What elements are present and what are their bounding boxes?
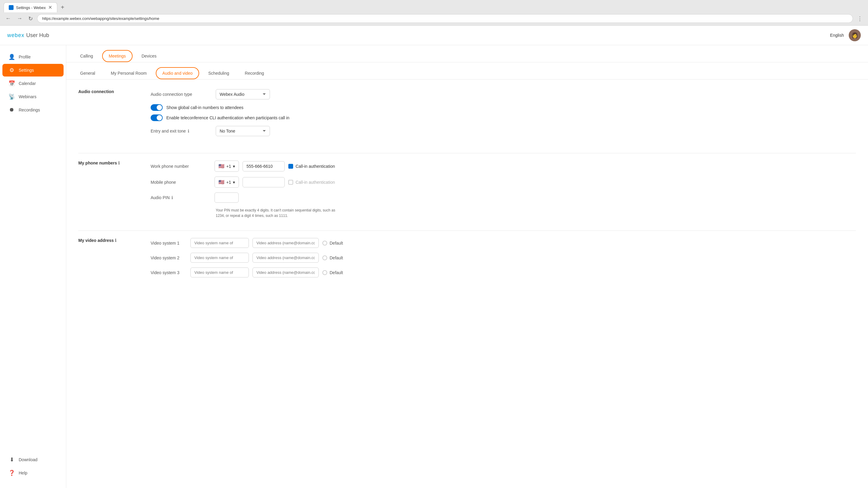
help-icon: ❓ <box>8 469 15 476</box>
mobile-callin-auth-label: Call-in authentication <box>296 180 335 185</box>
browser-chrome: Settings - Webex ✕ + ← → ↻ https://examp… <box>0 0 868 26</box>
audio-pin-info-icon[interactable]: ℹ <box>172 195 173 200</box>
subtab-audio-video[interactable]: Audio and video <box>156 67 199 79</box>
phone-numbers-label-col: My phone numbers ℹ <box>78 160 138 218</box>
video-address-content: Video system 1 Default Video syst <box>151 238 856 282</box>
toggle-global-callin[interactable] <box>151 104 163 111</box>
mobile-phone-country-select[interactable]: 🇺🇸 +1 ▾ <box>215 177 239 188</box>
new-tab-button[interactable]: + <box>58 3 67 12</box>
subtab-scheduling[interactable]: Scheduling <box>202 67 236 79</box>
app-body: 👤 Profile ⚙ Settings 📅 Calendar 📡 Webina… <box>0 45 868 488</box>
work-phone-flag: 🇺🇸 <box>218 163 224 169</box>
divider-1 <box>78 153 856 153</box>
main-content: Calling Meetings Devices General My Pers… <box>66 45 868 488</box>
work-phone-country-select[interactable]: 🇺🇸 +1 ▾ <box>215 160 239 172</box>
video-system-3-label: Video system 3 <box>151 270 187 275</box>
sidebar-label-recordings: Recordings <box>19 108 40 112</box>
sidebar-item-download[interactable]: ⬇ Download <box>2 453 64 466</box>
forward-button[interactable]: → <box>15 15 24 22</box>
connection-type-select[interactable]: Webex Audio VoIP Only Other teleconferen… <box>216 89 270 99</box>
sidebar-top: 👤 Profile ⚙ Settings 📅 Calendar 📡 Webina… <box>0 50 66 117</box>
video-system-2-default-radio[interactable] <box>322 255 327 260</box>
settings-icon: ⚙ <box>8 67 15 73</box>
mobile-callin-auth-checkbox[interactable] <box>288 180 293 185</box>
work-callin-auth-checkbox[interactable] <box>288 164 293 169</box>
audio-connection-label-col: Audio connection <box>78 89 138 141</box>
work-phone-label: Work phone number <box>151 164 211 169</box>
browser-tab[interactable]: Settings - Webex ✕ <box>4 2 57 12</box>
video-system-2-name-input[interactable] <box>190 253 249 263</box>
phone-numbers-section: My phone numbers ℹ Work phone number 🇺🇸 … <box>78 160 856 218</box>
tab-close-button[interactable]: ✕ <box>48 5 52 10</box>
audio-connection-row: Audio connection Audio connection type W… <box>78 89 856 141</box>
sub-tabs: General My Personal Room Audio and video… <box>66 62 868 80</box>
app-header: webex User Hub English 👩 <box>0 26 868 45</box>
video-system-1-name-input[interactable] <box>190 238 249 248</box>
sidebar-label-settings: Settings <box>19 68 34 72</box>
mobile-phone-label: Mobile phone <box>151 180 211 185</box>
tab-bar: Settings - Webex ✕ + <box>4 2 864 12</box>
video-address-heading: My video address ℹ <box>78 238 116 243</box>
video-system-2-address-input[interactable] <box>252 253 319 263</box>
video-address-info-icon[interactable]: ℹ <box>115 238 116 243</box>
sidebar-label-download: Download <box>19 457 37 462</box>
mobile-phone-input[interactable] <box>243 177 285 187</box>
entry-exit-tone-select[interactable]: No Tone Beep Announce Name <box>216 126 270 136</box>
sidebar-label-calendar: Calendar <box>19 81 36 86</box>
browser-menu-button[interactable]: ⋮ <box>855 15 864 23</box>
webinars-icon: 📡 <box>8 93 15 100</box>
subtab-recording[interactable]: Recording <box>238 67 271 79</box>
sidebar-item-recordings[interactable]: ⏺ Recordings <box>2 103 64 116</box>
sidebar-item-calendar[interactable]: 📅 Calendar <box>2 77 64 90</box>
video-system-1-default-radio[interactable] <box>322 241 327 245</box>
video-system-3-row: Video system 3 Default <box>151 268 856 277</box>
video-system-2-default-label: Default <box>330 255 343 260</box>
tab-meetings[interactable]: Meetings <box>102 50 132 62</box>
video-system-3-address-input[interactable] <box>252 268 319 277</box>
sidebar: 👤 Profile ⚙ Settings 📅 Calendar 📡 Webina… <box>0 45 66 488</box>
sidebar-item-profile[interactable]: 👤 Profile <box>2 51 64 63</box>
header-right: English 👩 <box>830 29 861 41</box>
calendar-icon: 📅 <box>8 80 15 87</box>
back-button[interactable]: ← <box>4 15 13 22</box>
video-system-1-address-input[interactable] <box>252 238 319 248</box>
address-bar[interactable]: https://example.webex.com/webappng/sites… <box>37 14 853 23</box>
sidebar-label-help: Help <box>19 470 27 475</box>
top-tabs: Calling Meetings Devices <box>66 45 868 62</box>
avatar-icon: 👩 <box>851 32 858 38</box>
work-callin-auth-label: Call-in authentication <box>296 164 335 169</box>
profile-icon: 👤 <box>8 54 15 60</box>
mobile-phone-country-code: +1 <box>226 180 231 185</box>
sidebar-item-help[interactable]: ❓ Help <box>2 467 64 479</box>
user-avatar[interactable]: 👩 <box>849 29 861 41</box>
tab-calling[interactable]: Calling <box>73 50 100 62</box>
toggle1-row: Show global call-in numbers to attendees <box>151 104 856 111</box>
work-phone-input[interactable] <box>243 161 285 172</box>
sidebar-item-settings[interactable]: ⚙ Settings <box>2 64 64 77</box>
phone-numbers-info-icon[interactable]: ℹ <box>118 160 120 165</box>
tab-favicon <box>9 5 13 10</box>
sidebar-item-webinars[interactable]: 📡 Webinars <box>2 90 64 103</box>
video-system-1-default-row: Default <box>322 241 343 245</box>
language-selector[interactable]: English <box>830 33 844 38</box>
video-system-3-default-label: Default <box>330 270 343 275</box>
tab-devices[interactable]: Devices <box>135 50 163 62</box>
phone-numbers-content: Work phone number 🇺🇸 +1 ▾ Call-in authe <box>151 160 856 218</box>
video-system-3-default-radio[interactable] <box>322 270 327 275</box>
video-system-3-name-input[interactable] <box>190 268 249 277</box>
audio-connection-section: Audio connection Audio connection type W… <box>78 89 856 141</box>
logo-sub-text: User Hub <box>26 32 49 38</box>
subtab-personal-room[interactable]: My Personal Room <box>104 67 153 79</box>
entry-exit-tone-row: Entry and exit tone ℹ No Tone Beep Annou… <box>151 126 856 136</box>
video-system-1-label: Video system 1 <box>151 241 187 245</box>
toggle-cli-auth[interactable] <box>151 115 163 121</box>
phone-numbers-heading: My phone numbers ℹ <box>78 160 120 165</box>
refresh-button[interactable]: ↻ <box>27 15 35 23</box>
audio-pin-input[interactable] <box>215 192 239 203</box>
video-system-2-label: Video system 2 <box>151 255 187 260</box>
entry-exit-tone-label: Entry and exit tone ℹ <box>151 129 211 133</box>
entry-exit-tone-info-icon[interactable]: ℹ <box>188 129 189 133</box>
subtab-general[interactable]: General <box>73 67 102 79</box>
work-phone-row: Work phone number 🇺🇸 +1 ▾ Call-in authe <box>151 160 856 172</box>
toggle2-row: Enable teleconference CLI authentication… <box>151 115 856 121</box>
